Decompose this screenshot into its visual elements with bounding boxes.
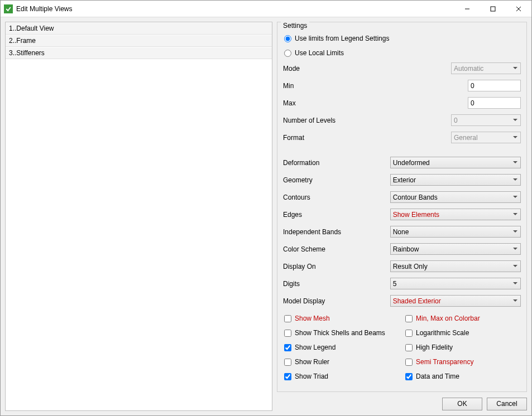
radio-local-limits[interactable]: Use Local Limits	[283, 49, 521, 57]
check-high-fidelity[interactable]: High Fidelity	[404, 344, 521, 351]
color-scheme-label: Color Scheme	[283, 245, 390, 253]
deformation-label: Deformation	[283, 159, 390, 167]
maximize-button[interactable]	[480, 1, 506, 17]
check-minmax-colorbar-label: Min, Max on Colorbar	[416, 315, 480, 322]
check-log-scale[interactable]: Logarithmic Scale	[404, 329, 521, 337]
check-show-ruler[interactable]: Show Ruler	[283, 358, 400, 366]
check-date-time[interactable]: Data and Time	[404, 373, 521, 380]
check-semi-transparency[interactable]: Semi Transparency	[404, 358, 521, 366]
edges-label: Edges	[283, 211, 390, 219]
main-area: 1..Default View 2..Frame 3..Stiffeners S…	[1, 17, 531, 415]
display-on-label: Display On	[283, 263, 390, 270]
radio-local-limits-input[interactable]	[284, 50, 291, 57]
check-minmax-colorbar[interactable]: Min, Max on Colorbar	[404, 315, 521, 322]
app-icon	[4, 4, 13, 13]
checkbox-grid: Show Mesh Min, Max on Colorbar Show Thic…	[283, 315, 521, 380]
check-thick-shells[interactable]: Show Thick Shells and Beams	[283, 329, 400, 337]
settings-group: Settings Use limits from Legend Settings…	[277, 22, 527, 392]
check-high-fidelity-input[interactable]	[405, 344, 413, 351]
check-show-legend-label: Show Legend	[295, 344, 336, 351]
check-date-time-input[interactable]	[405, 373, 413, 380]
close-button[interactable]	[506, 1, 531, 17]
window-title: Edit Multiple Views	[16, 5, 454, 13]
ok-button[interactable]: OK	[442, 398, 482, 410]
svg-rect-1	[491, 7, 495, 11]
views-list[interactable]: 1..Default View 2..Frame 3..Stiffeners	[5, 22, 272, 411]
radio-local-limits-label: Use Local Limits	[295, 49, 344, 57]
format-select[interactable]: General	[451, 132, 521, 143]
mode-select[interactable]: Automatic	[451, 62, 521, 74]
list-item[interactable]: 2..Frame	[6, 35, 272, 47]
radio-legend-limits-label: Use limits from Legend Settings	[295, 35, 389, 42]
check-thick-shells-label: Show Thick Shells and Beams	[295, 329, 385, 337]
min-label: Min	[283, 82, 468, 90]
check-show-ruler-input[interactable]	[284, 359, 291, 366]
format-label: Format	[283, 134, 451, 142]
list-item[interactable]: 1..Default View	[6, 22, 272, 35]
check-semi-transparency-input[interactable]	[405, 359, 413, 366]
titlebar: Edit Multiple Views	[1, 1, 531, 17]
levels-select[interactable]: 0	[451, 114, 521, 126]
digits-label: Digits	[283, 280, 390, 288]
contours-label: Contours	[283, 194, 390, 201]
model-display-select[interactable]: Shaded Exterior	[390, 295, 521, 307]
window-controls	[454, 1, 531, 17]
edges-select[interactable]: Show Elements	[390, 209, 521, 220]
check-show-triad-input[interactable]	[284, 373, 291, 380]
dialog-footer: OK Cancel	[277, 392, 527, 411]
check-show-triad-label: Show Triad	[295, 373, 328, 380]
check-date-time-label: Data and Time	[416, 373, 459, 380]
close-icon	[516, 6, 521, 12]
right-panel: Settings Use limits from Legend Settings…	[277, 22, 527, 411]
color-scheme-select[interactable]: Rainbow	[390, 243, 521, 255]
check-semi-transparency-label: Semi Transparency	[416, 358, 473, 366]
check-show-mesh-label: Show Mesh	[295, 315, 330, 322]
minimize-button[interactable]	[454, 1, 480, 17]
min-input[interactable]	[468, 80, 521, 91]
check-show-legend[interactable]: Show Legend	[283, 344, 400, 351]
max-label: Max	[283, 99, 468, 107]
check-minmax-colorbar-input[interactable]	[405, 315, 413, 322]
display-on-select[interactable]: Result Only	[390, 260, 521, 272]
levels-label: Number of Levels	[283, 117, 451, 124]
check-show-mesh[interactable]: Show Mesh	[283, 315, 400, 322]
geometry-label: Geometry	[283, 176, 390, 184]
max-input[interactable]	[468, 97, 521, 109]
check-show-legend-input[interactable]	[284, 344, 291, 351]
settings-group-label: Settings	[281, 22, 309, 30]
check-log-scale-input[interactable]	[405, 330, 413, 337]
check-show-triad[interactable]: Show Triad	[283, 373, 400, 380]
digits-select[interactable]: 5	[390, 278, 521, 289]
check-high-fidelity-label: High Fidelity	[416, 344, 453, 351]
indep-bands-label: Independent Bands	[283, 228, 390, 236]
check-log-scale-label: Logarithmic Scale	[416, 329, 469, 337]
radio-legend-limits[interactable]: Use limits from Legend Settings	[283, 35, 521, 42]
model-display-label: Model Display	[283, 297, 390, 305]
check-show-ruler-label: Show Ruler	[295, 358, 329, 366]
cancel-button[interactable]: Cancel	[487, 398, 527, 410]
check-show-mesh-input[interactable]	[284, 315, 291, 322]
deformation-select[interactable]: Undeformed	[390, 157, 521, 168]
list-item[interactable]: 3..Stiffeners	[6, 47, 272, 59]
geometry-select[interactable]: Exterior	[390, 174, 521, 186]
mode-label: Mode	[283, 65, 451, 72]
radio-legend-limits-input[interactable]	[284, 35, 291, 42]
indep-bands-select[interactable]: None	[390, 226, 521, 238]
minimize-icon	[464, 6, 470, 12]
maximize-icon	[490, 6, 496, 12]
contours-select[interactable]: Contour Bands	[390, 191, 521, 203]
check-thick-shells-input[interactable]	[284, 330, 291, 337]
